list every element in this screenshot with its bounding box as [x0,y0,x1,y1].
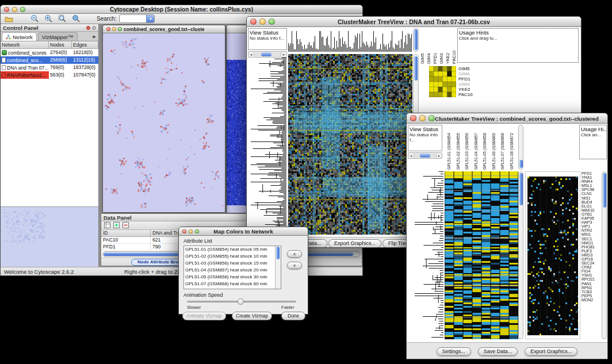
gene-label[interactable]: CPA2 [582,265,601,269]
zoom-window-button[interactable] [20,7,25,12]
minimize-button[interactable] [189,229,193,233]
network-row[interactable]: DNA and Tran 07... 769(0) 183728(0) [1,64,98,71]
background-window-titlebar[interactable] [227,25,248,33]
attribute-item[interactable]: GPL51-02 (GSM855) heat shock 10 min [184,253,275,260]
minimize-button[interactable] [259,18,266,25]
move-up-button[interactable]: ∧ [287,250,302,258]
animation-speed-slider[interactable] [187,298,296,305]
hscroll-track[interactable] [254,52,281,56]
gene-label[interactable]: HAP3 [582,220,601,224]
zoom-window-button[interactable] [269,18,275,25]
zoom-window-button[interactable] [195,229,199,233]
attribute-item[interactable]: GPL51-04 (GSM857) heat shock 20 min [184,267,275,274]
select-attributes-button[interactable] [104,220,110,231]
zoom-selected-button[interactable] [57,14,68,24]
gene-label[interactable]: TCB3 [582,290,601,294]
zoom-out-button[interactable] [29,14,40,24]
treeview-dna-titlebar[interactable]: ClusterMaker TreeView : DNA and Tran 07-… [247,17,581,27]
export-graphics-button[interactable]: Export Graphics... [328,239,381,247]
zoom-window-button[interactable] [118,27,122,31]
zoom-matrix[interactable] [429,66,456,97]
settings-button[interactable]: Settings... [437,347,471,356]
background-network-view[interactable] [227,33,248,213]
close-button[interactable] [182,229,186,233]
gene-list-vscrollbar[interactable] [602,171,607,339]
dendrogram-hscrollbar[interactable]: ◂ ▸ [408,152,442,159]
panel-close-icon[interactable] [86,26,90,30]
zoom-in-button[interactable] [43,14,54,24]
create-attribute-button[interactable] [113,220,120,231]
minimize-button[interactable] [419,115,426,121]
background-network-window[interactable] [226,25,249,213]
network-row[interactable]: combined_scores 2764(0) 16218(0) [1,49,98,56]
gene-label[interactable]: PEP5 [582,294,601,298]
gene-label[interactable]: GTB1 [582,212,601,216]
dendrogram-vscrollbar[interactable] [413,28,419,52]
gene-label[interactable]: ELG1 [582,204,601,208]
gene-label[interactable]: YRA1 [582,175,601,179]
gene-label[interactable]: NIS1 [582,196,601,200]
close-button[interactable] [106,27,110,31]
gene-label[interactable]: PHO81 [582,245,601,249]
tab-network[interactable]: Network [2,32,37,41]
zoom-fit-button[interactable] [71,14,82,24]
done-button[interactable]: Done [281,312,305,320]
gene-label[interactable]: MSL1 [582,183,601,187]
vscrollbar-thumb[interactable] [414,56,418,81]
gene-label[interactable]: CLN1 [582,191,601,196]
gene-label[interactable]: GPI16 [582,257,601,261]
gene-label[interactable]: BUD4 [582,200,601,204]
treeview-combined-titlebar[interactable]: ClusterMaker TreeView : combined_scores_… [407,113,607,124]
vscrollbar-thumb[interactable] [603,173,606,208]
tab-overflow-arrow-icon[interactable]: ▶ [93,35,97,39]
gene-label[interactable]: MON2 [582,298,601,302]
gene-label[interactable]: HMG1 [582,241,601,245]
zoom-heatmap[interactable] [527,177,578,335]
gene-label[interactable]: RNR4 [582,179,601,183]
gene-label[interactable]: SEC24 [582,261,601,265]
attribute-list-vscrollbar[interactable] [275,246,281,289]
panel-float-icon[interactable] [92,26,96,30]
network-overview-thumbnail[interactable] [1,206,98,267]
save-data-button[interactable]: Save Data... [478,347,518,356]
close-button[interactable] [4,7,9,12]
attribute-item[interactable]: GPL51-01 (GSM854) heat shock 05 min [184,246,275,253]
vscrollbar-thumb[interactable] [519,173,523,205]
network-row-alert[interactable]: RNAPuberNov2... 563(0) 107847(0) [1,71,98,79]
main-window-titlebar[interactable]: Cytoscape Desktop (Session Name: collins… [1,5,362,14]
vscrollbar-thumb[interactable] [276,247,280,259]
gene-label[interactable]: RPN1 [582,286,601,290]
close-button[interactable] [250,18,257,25]
vscrollbar-thumb[interactable] [519,160,523,168]
gene-label[interactable]: MSI1 [582,232,601,236]
control-panel-header[interactable]: Control Panel [1,24,98,32]
scroll-right-icon[interactable]: ▸ [437,154,442,158]
close-button[interactable] [410,115,416,121]
gene-label[interactable]: PUF3 [582,249,601,253]
zoom-window-button[interactable] [429,115,435,121]
move-down-button[interactable]: ∨ [287,262,302,269]
combo-dropdown-icon[interactable]: ▼ [146,14,154,23]
attribute-item[interactable]: GPL51-03 (GSM856) heat shock 15 min [184,260,275,267]
tab-vizmapper[interactable]: VizMapper™ [38,32,78,41]
gene-label[interactable]: YSH1 [582,273,601,277]
hscroll-thumb[interactable] [261,52,271,56]
gene-label[interactable]: VIP1 [582,224,601,228]
scroll-right-icon[interactable]: ▸ [281,52,286,57]
heatmap-vscrollbar[interactable] [518,171,523,339]
minimize-button[interactable] [112,27,116,31]
attribute-item[interactable]: GPL51-07 (GSM868) heat shock 60 min [184,281,275,288]
gene-label[interactable]: KAP95 [582,216,601,220]
dialog-titlebar[interactable]: Map Colors to Network [179,227,308,236]
open-session-button[interactable] [3,14,14,24]
vscrollbar-thumb[interactable] [414,29,418,50]
gene-label[interactable]: PAN1 [582,282,601,286]
network-window-titlebar[interactable]: combined_scores_good.txt--cluste... [103,25,225,33]
gene-label[interactable]: NTR2 [582,228,601,232]
gene-label[interactable]: SEC1 [582,237,601,241]
search-combobox[interactable]: ▼ [119,14,155,23]
scroll-left-icon[interactable]: ◂ [248,52,254,57]
network-view-canvas[interactable] [103,33,225,212]
hscroll-track[interactable] [414,154,437,158]
gene-label[interactable]: HRD3 [582,253,601,257]
